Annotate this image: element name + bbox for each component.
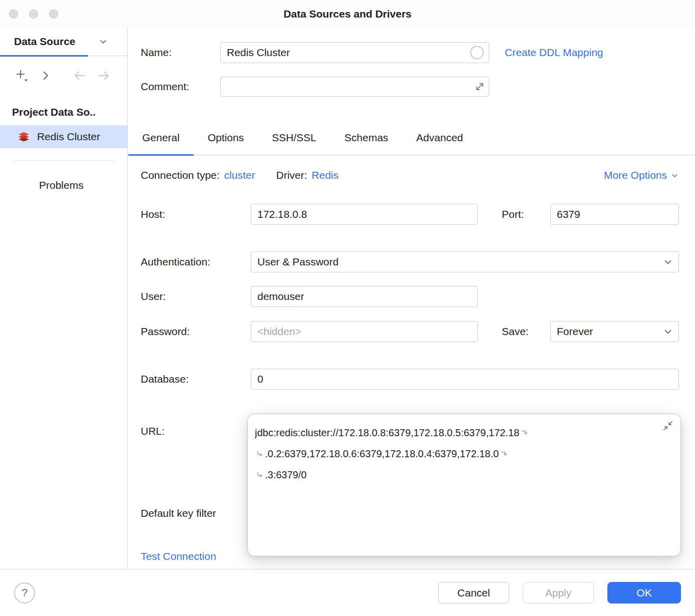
tab-advanced[interactable]: Advanced	[402, 120, 477, 155]
authentication-label: Authentication:	[141, 256, 251, 268]
url-text: jdbc:redis:cluster://172.18.0.8:6379,172…	[255, 427, 519, 439]
sidebar-item-redis-cluster[interactable]: Redis Cluster	[0, 125, 127, 148]
tab-general[interactable]: General	[128, 120, 194, 155]
name-input-wrap	[220, 42, 489, 63]
titlebar: Data Sources and Drivers	[0, 0, 695, 28]
soft-wrap-icon	[500, 450, 507, 457]
authentication-select[interactable]: User & Password	[251, 251, 679, 272]
user-row: User:	[141, 286, 679, 307]
url-text: .3:6379/0	[265, 469, 306, 481]
connection-type-label: Connection type:	[141, 169, 220, 181]
more-options-label: More Options	[604, 169, 667, 181]
host-input[interactable]	[251, 204, 478, 225]
host-label: Host:	[141, 208, 251, 220]
save-value: Forever	[557, 326, 593, 338]
more-options-link[interactable]: More Options	[604, 169, 679, 181]
sidebar-item-label: Redis Cluster	[37, 131, 100, 143]
connection-type-row: Connection type: cluster Driver: Redis M…	[141, 164, 679, 186]
host-port-row: Host: Port:	[141, 204, 679, 225]
add-data-source-button[interactable]	[14, 68, 29, 83]
active-panel-underline	[0, 55, 88, 57]
cancel-button[interactable]: Cancel	[438, 582, 509, 603]
sidebar-toolbar	[0, 56, 127, 95]
create-ddl-mapping-link[interactable]: Create DDL Mapping	[505, 47, 603, 59]
password-label: Password:	[141, 326, 251, 338]
ok-button[interactable]: OK	[607, 582, 681, 603]
url-line: jdbc:redis:cluster://172.18.0.8:6379,172…	[255, 422, 656, 443]
url-label: URL:	[141, 421, 251, 442]
name-row: Name: Create DDL Mapping	[141, 42, 679, 63]
data-source-form: Name: Create DDL Mapping Comment: Genera…	[128, 28, 695, 569]
sidebar-divider	[12, 160, 115, 161]
save-label: Save:	[502, 326, 550, 338]
help-question-icon: ?	[22, 586, 28, 599]
password-input[interactable]	[251, 321, 478, 342]
database-input[interactable]	[251, 369, 679, 390]
soft-wrap-icon	[521, 429, 528, 436]
chevron-down-icon	[662, 326, 673, 337]
collapse-icon[interactable]	[662, 420, 673, 431]
user-label: User:	[141, 290, 251, 302]
footer-buttons: Cancel Apply OK	[438, 582, 681, 603]
password-save-row: Password: Save: Forever	[141, 321, 679, 342]
port-input[interactable]	[550, 204, 679, 225]
sidebar-item-label: Problems	[39, 179, 84, 191]
dialog-footer: ? Cancel Apply OK	[0, 569, 695, 616]
data-sources-panel-switcher[interactable]: Data Sources	[0, 28, 127, 56]
back-arrow-icon[interactable]	[72, 68, 87, 83]
soft-wrap-icon	[256, 471, 263, 478]
save-select[interactable]: Forever	[550, 321, 679, 342]
sidebar-header-label: Data Sources	[14, 36, 75, 48]
port-label: Port:	[502, 208, 550, 220]
comment-row: Comment:	[141, 77, 679, 97]
apply-button[interactable]: Apply	[523, 582, 594, 603]
progress-circle-icon	[470, 46, 484, 60]
name-input[interactable]	[220, 42, 489, 63]
comment-input-wrap	[220, 77, 489, 97]
default-key-filter-label: Default key filter	[141, 507, 216, 519]
user-input[interactable]	[251, 286, 478, 307]
project-data-sources-header: Project Data So..	[0, 103, 127, 121]
chevron-down-icon	[670, 171, 679, 180]
url-line: .0.2:6379,172.18.0.6:6379,172.18.0.4:637…	[255, 443, 656, 464]
tab-bar: General Options SSH/SSL Schemas Advanced	[128, 120, 695, 155]
driver-label: Driver:	[276, 169, 307, 181]
database-label: Database:	[141, 373, 251, 385]
expand-icon[interactable]	[475, 82, 485, 92]
name-label: Name:	[141, 47, 220, 59]
authentication-value: User & Password	[257, 256, 338, 268]
url-line: .3:6379/0	[255, 464, 656, 485]
comment-label: Comment:	[141, 81, 220, 93]
authentication-row: Authentication: User & Password	[141, 251, 679, 272]
dialog-body: Data Sources Proj	[0, 28, 695, 569]
url-text: .0.2:6379,172.18.0.6:6379,172.18.0.4:637…	[265, 448, 499, 460]
sidebar-item-problems[interactable]: Problems	[0, 174, 127, 197]
url-editor-popup[interactable]: jdbc:redis:cluster://172.18.0.8:6379,172…	[247, 414, 681, 556]
forward-arrow-icon[interactable]	[96, 68, 111, 83]
soft-wrap-icon	[256, 450, 263, 457]
expand-chevron-right-icon[interactable]	[38, 68, 53, 83]
comment-input[interactable]	[220, 77, 489, 97]
data-sources-dialog: Data Sources and Drivers Data Sources	[0, 0, 695, 616]
sidebar: Data Sources Proj	[0, 28, 128, 569]
database-row: Database:	[141, 369, 679, 390]
connection-type-link[interactable]: cluster	[224, 169, 255, 181]
chevron-down-icon	[98, 37, 108, 47]
window-title: Data Sources and Drivers	[0, 0, 695, 28]
chevron-down-icon	[662, 256, 673, 267]
help-button[interactable]: ?	[14, 582, 35, 603]
tab-options[interactable]: Options	[194, 120, 258, 155]
redis-icon	[17, 130, 31, 144]
driver-link[interactable]: Redis	[311, 169, 338, 181]
tab-ssh-ssl[interactable]: SSH/SSL	[258, 120, 330, 155]
tab-schemas[interactable]: Schemas	[330, 120, 403, 155]
test-connection-link[interactable]: Test Connection	[141, 550, 216, 562]
